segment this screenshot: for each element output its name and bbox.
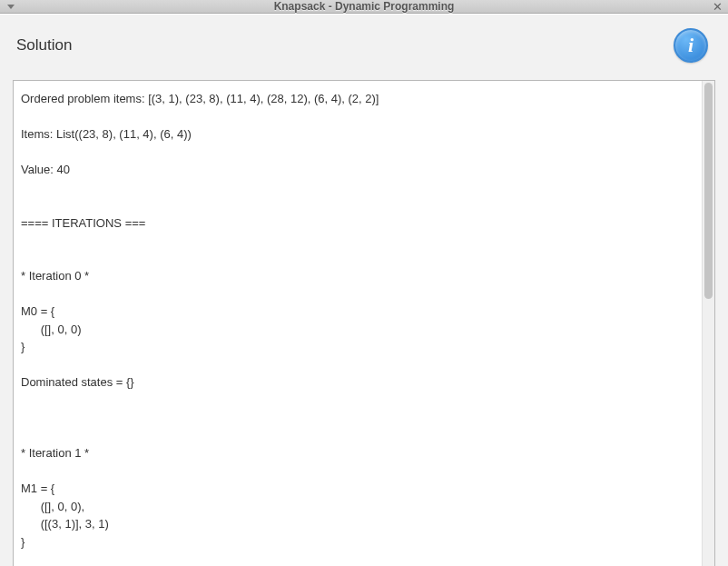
titlebar: Knapsack - Dynamic Programming ✕ xyxy=(0,0,728,14)
close-icon[interactable]: ✕ xyxy=(706,1,728,13)
text-area-wrapper: Ordered problem items: [(3, 1), (23, 8),… xyxy=(13,80,715,566)
info-icon: i xyxy=(674,28,708,63)
dialog-header-row: Solution i xyxy=(0,15,728,73)
dialog-header: Solution xyxy=(16,36,72,55)
window-menu-icon[interactable] xyxy=(0,5,22,9)
solution-text[interactable]: Ordered problem items: [(3, 1), (23, 8),… xyxy=(14,81,702,566)
scrollbar-thumb[interactable] xyxy=(704,83,713,299)
window-title: Knapsack - Dynamic Programming xyxy=(22,0,706,13)
scrollbar-vertical[interactable] xyxy=(702,81,714,566)
dialog-body: Solution i Ordered problem items: [(3, 1… xyxy=(0,14,728,566)
content-frame: Ordered problem items: [(3, 1), (23, 8),… xyxy=(13,80,715,566)
